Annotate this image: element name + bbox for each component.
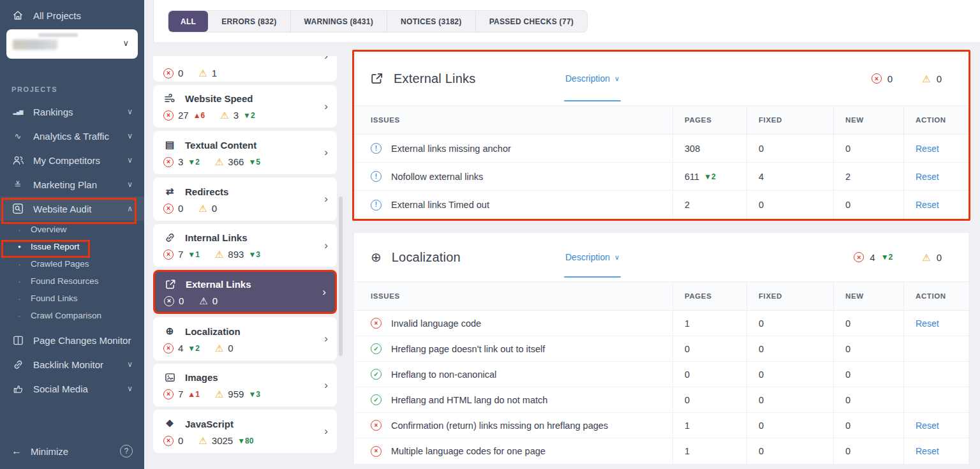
error-count-icon: × (163, 110, 174, 121)
category-card-textual-content[interactable]: ▤ Textual Content › × 3 ▼2 ⚠ 366 ▼5 (153, 131, 337, 174)
notice-icon[interactable]: ! (371, 200, 382, 211)
error-status-icon[interactable]: × (371, 446, 382, 457)
sidebar-item-my-competitors[interactable]: My Competitors ∨ (0, 148, 144, 172)
sidebar-item-label: Analytics & Traffic (33, 131, 118, 142)
bullet-icon: · (18, 259, 31, 269)
sidebar-subitem-crawl-comparison[interactable]: · Crawl Comparison (0, 307, 144, 324)
category-label: Website Speed (185, 93, 253, 104)
check-status-icon[interactable]: ✓ (371, 369, 382, 380)
table-row: ✓ Hreflang and HTML lang do not match 0 … (354, 387, 969, 413)
issue-filter-tabs: ALL ERRORS (832) WARNINGS (8431) NOTICES… (168, 10, 588, 33)
error-count-icon: × (854, 252, 864, 262)
error-count: 0 (178, 435, 183, 446)
sidebar-item-website-audit[interactable]: Website Audit ∧ (0, 197, 144, 221)
check-status-icon[interactable]: ✓ (371, 394, 382, 405)
sidebar-subitem-found-links[interactable]: · Found Links (0, 290, 144, 307)
chevron-right-icon: › (324, 146, 328, 159)
link-icon (11, 359, 24, 370)
chevron-right-icon: › (324, 100, 328, 113)
category-label: External Links (186, 279, 251, 290)
sidebar-subitem-found-resources[interactable]: · Found Resources (0, 272, 144, 290)
warning-trend: ▼80 (237, 436, 253, 445)
reset-link[interactable]: Reset (916, 421, 939, 431)
category-card-redirects[interactable]: ⇄ Redirects › × 0 ⚠ 0 (153, 177, 337, 221)
project-selector[interactable]: ∨ (6, 29, 138, 59)
fixed-value: 0 (759, 344, 764, 354)
category-card-images[interactable]: Images › × 7 ▲1 ⚠ 959 ▼3 (153, 364, 337, 406)
pages-value: 308 (685, 144, 700, 154)
sidebar-subitem-overview[interactable]: · Overview (0, 221, 144, 238)
tab-notices[interactable]: NOTICES (3182) (387, 11, 475, 32)
column-fixed: FIXED (746, 282, 833, 310)
category-card-javascript[interactable]: ❖ JavaScript › × 0 ⚠ 3025 ▼80 (153, 410, 337, 453)
warning-icon: ⚠ (215, 249, 223, 259)
error-count: 3 (178, 156, 183, 167)
all-projects-link[interactable]: All Projects (0, 0, 144, 25)
reset-link[interactable]: Reset (916, 200, 939, 210)
tab-passed-checks[interactable]: PASSED CHECKS (77) (475, 11, 588, 32)
error-status-icon[interactable]: × (371, 318, 382, 329)
error-count-icon: × (872, 73, 882, 84)
error-count-icon: × (164, 296, 174, 306)
audit-magnifier-icon (11, 203, 24, 214)
error-trend: ▲6 (193, 111, 205, 120)
category-label: Localization (185, 326, 241, 337)
error-count-icon: × (163, 389, 174, 399)
error-count: 27 (178, 110, 189, 121)
website-audit-app: All Projects ∨ PROJECTS ▂▄▆ Rankings ∨ ∿… (0, 0, 980, 469)
chevron-right-icon: › (324, 193, 328, 205)
column-new: NEW (833, 106, 903, 134)
issue-label: External links Timed out (391, 200, 489, 210)
warning-icon: ⚠ (198, 204, 207, 213)
reset-link[interactable]: Reset (916, 144, 939, 154)
table-row: × Invalid language code 1 0 0 Reset (354, 311, 969, 336)
pages-value: 0 (685, 344, 690, 354)
notice-icon[interactable]: ! (371, 171, 382, 182)
sidebar-item-analytics-traffic[interactable]: ∿ Analytics & Traffic ∨ (0, 124, 144, 148)
sidebar-item-rankings[interactable]: ▂▄▆ Rankings ∨ (0, 100, 144, 124)
column-fixed: FIXED (746, 106, 833, 134)
sidebar-item-social-media[interactable]: Social Media ∨ (0, 376, 144, 401)
category-label: Images (185, 372, 218, 383)
column-new: NEW (833, 282, 903, 310)
tab-errors[interactable]: ERRORS (832) (208, 11, 290, 32)
sidebar-item-page-changes-monitor[interactable]: Page Changes Monitor (0, 328, 144, 352)
warning-icon: ⚠ (198, 68, 207, 78)
category-card-website-speed[interactable]: Website Speed › × 27 ▲6 ⚠ 3 ▼2 (153, 85, 337, 128)
bullet-icon: · (18, 225, 31, 235)
top-bar: ALL ERRORS (832) WARNINGS (8431) NOTICES… (153, 0, 980, 43)
category-card-clipped[interactable]: › × 0 ⚠ 1 (153, 56, 337, 82)
sidebar-subitem-issue-report[interactable]: ● Issue Report (0, 238, 144, 255)
sidebar-subitem-crawled-pages[interactable]: · Crawled Pages (0, 255, 144, 272)
error-count-icon: × (163, 157, 174, 167)
reset-link[interactable]: Reset (916, 446, 939, 456)
tab-warnings[interactable]: WARNINGS (8431) (290, 11, 387, 32)
description-toggle[interactable]: Description ∨ (565, 252, 620, 262)
warning-count: 0 (937, 252, 942, 263)
external-link-icon (371, 72, 383, 85)
error-count: 7 (178, 249, 183, 260)
sidebar-item-backlink-monitor[interactable]: Backlink Monitor ∨ (0, 352, 144, 376)
warning-trend: ▼3 (248, 250, 260, 259)
sidebar-item-marketing-plan[interactable]: ≚ Marketing Plan ∨ (0, 172, 144, 197)
category-list-scrollbar[interactable] (339, 197, 343, 356)
reset-link[interactable]: Reset (916, 172, 939, 182)
pages-value: 1 (685, 318, 690, 329)
panel-external-links: External Links Description ∨ × 0 (352, 50, 970, 221)
category-card-internal-links[interactable]: Internal Links › × 7 ▼1 ⚠ 893 ▼3 (153, 224, 337, 267)
sidebar-item-label: My Competitors (33, 155, 118, 166)
chevron-down-icon: ∨ (127, 131, 133, 140)
error-status-icon[interactable]: × (371, 420, 382, 431)
minimize-button[interactable]: Minimize (31, 446, 68, 457)
help-button[interactable]: ? (120, 445, 133, 458)
notice-icon[interactable]: ! (371, 143, 382, 154)
description-toggle[interactable]: Description ∨ (565, 73, 620, 84)
sidebar-item-label: Page Changes Monitor (33, 335, 133, 346)
category-card-localization[interactable]: ⊕ Localization › × 4 ▼2 ⚠ 0 (153, 317, 337, 361)
category-card-external-links[interactable]: External Links › × 0 ⚠ 0 (153, 270, 337, 314)
warning-icon: ⚠ (922, 253, 930, 262)
check-status-icon[interactable]: ✓ (371, 343, 382, 354)
panel-title: External Links (394, 71, 475, 86)
tab-all[interactable]: ALL (168, 11, 208, 32)
reset-link[interactable]: Reset (916, 318, 939, 329)
